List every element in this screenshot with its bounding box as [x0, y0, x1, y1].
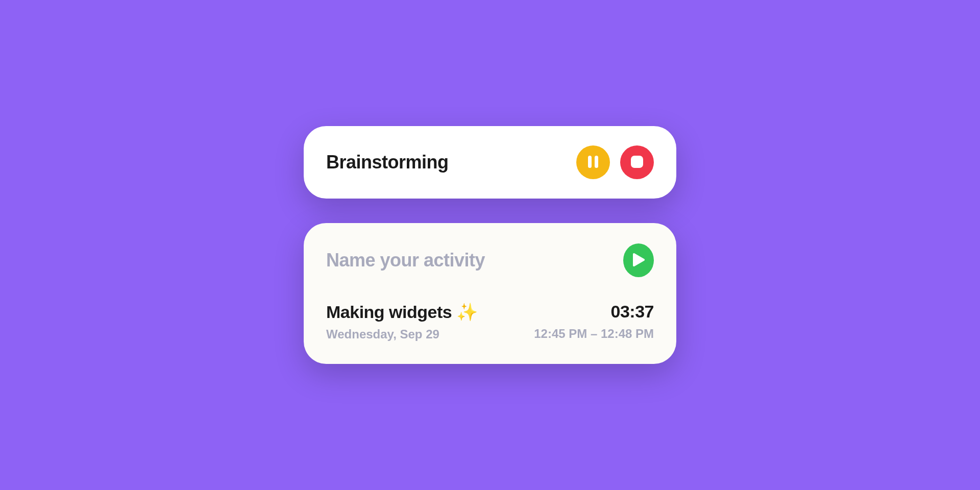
entry-right-column: 03:37 12:45 PM – 12:48 PM [534, 302, 654, 341]
pause-icon [588, 156, 598, 169]
entry-left-column: Making widgets ✨ Wednesday, Sep 29 [326, 302, 478, 341]
current-activity-title: Brainstorming [326, 152, 449, 173]
entry-time-range: 12:45 PM – 12:48 PM [534, 327, 654, 341]
new-activity-row [326, 243, 654, 277]
svg-rect-1 [595, 156, 598, 168]
play-button[interactable] [623, 243, 654, 277]
activity-entry-card: Making widgets ✨ Wednesday, Sep 29 03:37… [304, 223, 676, 364]
play-icon [632, 253, 645, 268]
entry-date: Wednesday, Sep 29 [326, 327, 478, 341]
svg-rect-0 [588, 156, 592, 168]
entry-duration: 03:37 [611, 302, 654, 322]
stop-icon [631, 156, 643, 169]
pause-button[interactable] [576, 145, 610, 179]
tracker-controls [576, 145, 654, 179]
active-tracker-card: Brainstorming [304, 126, 676, 199]
entry-title: Making widgets ✨ [326, 302, 478, 322]
stop-button[interactable] [620, 145, 654, 179]
recent-entry-row[interactable]: Making widgets ✨ Wednesday, Sep 29 03:37… [326, 302, 654, 341]
svg-rect-2 [631, 156, 643, 168]
activity-name-input[interactable] [326, 250, 623, 271]
